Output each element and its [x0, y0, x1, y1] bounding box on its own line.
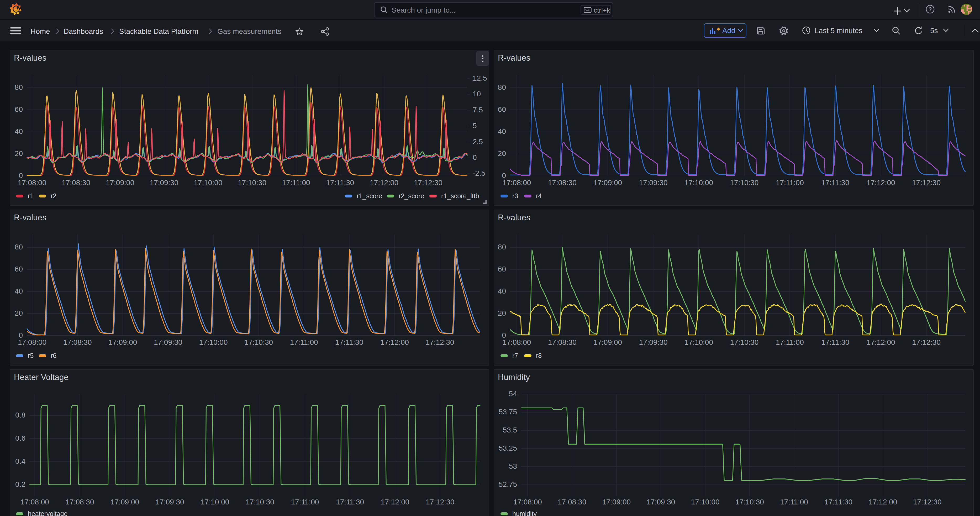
svg-text:17:08:00: 17:08:00 [502, 338, 531, 346]
svg-text:17:09:00: 17:09:00 [593, 338, 622, 346]
svg-text:0.6: 0.6 [15, 434, 25, 442]
svg-text:17:09:30: 17:09:30 [156, 498, 184, 506]
svg-text:60: 60 [15, 105, 23, 113]
svg-text:17:10:30: 17:10:30 [238, 178, 266, 187]
svg-text:17:12:30: 17:12:30 [426, 498, 454, 506]
svg-text:?: ? [929, 6, 932, 12]
svg-text:53.5: 53.5 [503, 426, 517, 434]
svg-text:17:11:00: 17:11:00 [290, 338, 318, 346]
svg-text:17:10:00: 17:10:00 [684, 338, 713, 346]
svg-text:17:12:00: 17:12:00 [867, 338, 895, 346]
svg-text:17:10:00: 17:10:00 [200, 498, 229, 506]
svg-text:17:08:00: 17:08:00 [502, 178, 531, 187]
svg-text:17:09:30: 17:09:30 [639, 338, 668, 346]
svg-text:17:11:30: 17:11:30 [824, 498, 853, 506]
svg-text:40: 40 [15, 127, 23, 135]
svg-text:40: 40 [498, 287, 506, 295]
svg-text:17:12:30: 17:12:30 [414, 178, 442, 187]
svg-text:7.5: 7.5 [473, 106, 483, 114]
svg-text:17:10:00: 17:10:00 [691, 498, 720, 506]
svg-text:17:08:30: 17:08:30 [558, 498, 586, 506]
svg-text:17:10:30: 17:10:30 [244, 338, 273, 346]
svg-text:60: 60 [498, 265, 506, 273]
svg-text:17:09:30: 17:09:30 [154, 338, 182, 346]
svg-text:0.8: 0.8 [15, 411, 25, 419]
svg-text:17:10:00: 17:10:00 [194, 178, 222, 187]
svg-text:17:09:30: 17:09:30 [639, 178, 668, 187]
svg-text:17:12:00: 17:12:00 [867, 178, 895, 187]
svg-text:40: 40 [15, 287, 23, 295]
svg-text:53.75: 53.75 [499, 408, 517, 416]
svg-text:0.4: 0.4 [15, 457, 25, 465]
svg-text:80: 80 [15, 243, 23, 251]
svg-text:60: 60 [498, 105, 506, 113]
svg-text:80: 80 [498, 243, 506, 251]
svg-text:20: 20 [498, 150, 506, 158]
svg-text:17:11:30: 17:11:30 [335, 338, 363, 346]
svg-text:52.75: 52.75 [499, 480, 517, 489]
svg-text:20: 20 [15, 150, 23, 158]
svg-text:17:08:30: 17:08:30 [63, 338, 92, 346]
svg-text:17:12:30: 17:12:30 [912, 338, 941, 346]
svg-text:17:10:30: 17:10:30 [246, 498, 274, 506]
svg-text:20: 20 [498, 309, 506, 317]
svg-text:53.25: 53.25 [499, 444, 517, 452]
svg-text:17:08:00: 17:08:00 [21, 498, 49, 506]
svg-text:17:08:30: 17:08:30 [548, 338, 577, 346]
svg-text:40: 40 [498, 127, 506, 135]
svg-text:80: 80 [15, 83, 23, 91]
svg-text:80: 80 [498, 83, 506, 91]
svg-text:17:09:00: 17:09:00 [602, 498, 631, 506]
svg-text:17:08:00: 17:08:00 [18, 178, 46, 187]
svg-text:-2.5: -2.5 [473, 169, 485, 177]
svg-text:17:10:30: 17:10:30 [735, 498, 764, 506]
svg-text:17:10:30: 17:10:30 [730, 178, 759, 187]
svg-text:12.5: 12.5 [473, 74, 487, 82]
svg-text:17:10:30: 17:10:30 [730, 338, 759, 346]
svg-text:17:09:30: 17:09:30 [150, 178, 178, 187]
svg-text:17:09:00: 17:09:00 [110, 498, 139, 506]
svg-text:17:12:00: 17:12:00 [869, 498, 897, 506]
svg-text:17:11:30: 17:11:30 [326, 178, 354, 187]
svg-text:17:11:00: 17:11:00 [282, 178, 310, 187]
svg-text:17:11:30: 17:11:30 [821, 338, 849, 346]
svg-text:17:09:00: 17:09:00 [593, 178, 622, 187]
svg-text:17:12:30: 17:12:30 [913, 498, 942, 506]
svg-text:0: 0 [473, 153, 477, 161]
svg-text:17:12:30: 17:12:30 [426, 338, 454, 346]
svg-text:2.5: 2.5 [473, 138, 483, 146]
svg-text:17:10:00: 17:10:00 [199, 338, 228, 346]
svg-text:0.2: 0.2 [15, 480, 25, 489]
svg-text:5: 5 [473, 122, 477, 130]
svg-text:17:11:30: 17:11:30 [821, 178, 849, 187]
svg-text:17:08:00: 17:08:00 [513, 498, 542, 506]
svg-text:53: 53 [509, 462, 517, 470]
svg-text:17:08:30: 17:08:30 [548, 178, 577, 187]
svg-text:17:12:00: 17:12:00 [370, 178, 398, 187]
svg-text:60: 60 [15, 265, 23, 273]
svg-text:17:08:00: 17:08:00 [18, 338, 46, 346]
svg-text:17:09:00: 17:09:00 [108, 338, 137, 346]
svg-text:17:09:30: 17:09:30 [646, 498, 675, 506]
svg-text:17:11:00: 17:11:00 [780, 498, 808, 506]
svg-text:17:08:30: 17:08:30 [62, 178, 90, 187]
svg-text:17:11:00: 17:11:00 [776, 338, 804, 346]
svg-text:17:11:30: 17:11:30 [336, 498, 364, 506]
svg-text:17:09:00: 17:09:00 [106, 178, 134, 187]
svg-text:17:12:30: 17:12:30 [912, 178, 941, 187]
svg-text:17:12:00: 17:12:00 [381, 498, 409, 506]
svg-text:17:12:00: 17:12:00 [380, 338, 409, 346]
svg-text:10: 10 [473, 90, 481, 98]
svg-text:17:10:00: 17:10:00 [684, 178, 713, 187]
svg-text:17:11:00: 17:11:00 [776, 178, 804, 187]
svg-text:17:08:30: 17:08:30 [65, 498, 94, 506]
svg-text:17:11:00: 17:11:00 [291, 498, 319, 506]
svg-text:54: 54 [509, 390, 517, 398]
svg-text:20: 20 [15, 309, 23, 317]
